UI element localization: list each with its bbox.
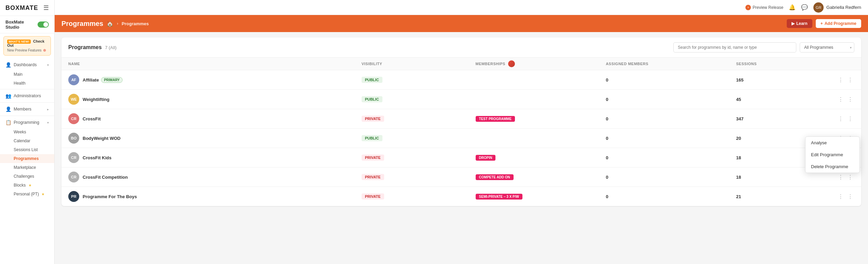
dashboards-arrow: ▾ <box>47 63 49 67</box>
search-input[interactable] <box>673 42 796 53</box>
members-icon: 👤 <box>5 106 11 112</box>
chat-icon[interactable]: 💬 <box>801 4 808 11</box>
prog-visibility-4: PUBLIC <box>362 135 476 141</box>
row-action-info-7[interactable]: ⋮ <box>837 193 845 201</box>
th-sessions: SESSIONS <box>736 60 834 67</box>
prog-avatar-3: CR <box>68 113 79 124</box>
row-action-more-6[interactable]: ⋮ <box>846 173 854 181</box>
membership-tag-7: SEMI-PRIVATE – 3 X P/W <box>476 194 522 200</box>
add-programme-button[interactable]: + Add Programme <box>816 19 861 28</box>
prog-assigned-2: 0 <box>606 97 736 102</box>
memberships-icon <box>508 60 515 67</box>
row-action-info-3[interactable]: ⋮ <box>837 115 845 123</box>
prog-name-1: Affiliate <box>83 77 99 83</box>
sidebar-item-members[interactable]: 👤 Members ▸ <box>0 104 54 114</box>
sidebar-item-dashboards[interactable]: 👤 Dashboards ▾ <box>0 60 54 70</box>
nav-divider-1 <box>0 89 54 89</box>
visibility-badge-4: PUBLIC <box>362 135 382 141</box>
prog-visibility-1: PUBLIC <box>362 77 476 83</box>
context-menu-edit[interactable]: Edit Programme <box>806 149 859 161</box>
nav-section: 👤 Dashboards ▾ Main Health 👥 Administrat… <box>0 58 54 200</box>
preview-banner[interactable]: WHAT'S NEW! Check Out New Preview Featur… <box>3 36 51 56</box>
row-action-info-2[interactable]: ⋮ <box>837 96 845 103</box>
sidebar-item-calendar[interactable]: Calendar <box>0 136 54 145</box>
sidebar-item-personal-pt[interactable]: Personal (PT) ★ <box>0 190 54 199</box>
toolbar-right: All Programmes Public Private ▾ <box>673 42 854 53</box>
sidebar-item-challenges[interactable]: Challenges <box>0 172 54 181</box>
prog-avatar-7: PR <box>68 191 79 202</box>
members-arrow: ▸ <box>47 107 49 111</box>
prog-visibility-2: PUBLIC <box>362 96 476 102</box>
row-actions-6: ⋮ ⋮ <box>834 173 854 181</box>
prog-assigned-1: 0 <box>606 77 736 83</box>
prog-name-info-2: Weightlifting <box>83 97 109 102</box>
sidebar-item-weeks[interactable]: Weeks <box>0 128 54 136</box>
sidebar: BOXMATE ☰ BoxMate Studio WHAT'S NEW! Che… <box>0 0 55 264</box>
context-menu: Analyse Edit Programme Delete Programme <box>805 136 860 173</box>
nav-divider-2 <box>0 102 54 103</box>
bell-icon[interactable]: 🔔 <box>789 4 796 11</box>
prog-name-info-5: CrossFit Kids <box>83 155 112 160</box>
sidebar-item-marketplace[interactable]: Marketplace <box>0 163 54 172</box>
row-actions-7: ⋮ ⋮ <box>834 193 854 201</box>
row-action-more-3[interactable]: ⋮ <box>846 115 854 123</box>
learn-button[interactable]: ▶ Learn <box>787 19 812 28</box>
visibility-badge-3: PRIVATE <box>362 116 384 122</box>
global-header: + Preview Release 🔔 💬 GR Gabriella Redfe… <box>55 0 868 15</box>
row-action-more-2[interactable]: ⋮ <box>846 96 854 103</box>
filter-select[interactable]: All Programmes Public Private <box>800 42 854 53</box>
studio-label: BoxMate Studio <box>5 19 38 30</box>
breadcrumb: Programmes 🏠 › Programmes <box>61 20 149 28</box>
sidebar-item-health[interactable]: Health <box>0 79 54 88</box>
prog-name-cell-4: BO BodyWeight WOD <box>68 133 362 144</box>
prog-name-7: Programme For The Boys <box>83 194 137 199</box>
preview-release-area[interactable]: + Preview Release <box>745 5 783 10</box>
user-area[interactable]: GR Gabriella Redfern <box>813 2 861 13</box>
context-menu-analyse[interactable]: Analyse <box>806 137 859 149</box>
preview-release-label: Preview Release <box>753 5 783 10</box>
row-action-more-7[interactable]: ⋮ <box>846 193 854 201</box>
preview-release-icon: + <box>745 5 751 10</box>
sidebar-item-sessions-list[interactable]: Sessions List <box>0 145 54 154</box>
administrators-icon: 👥 <box>5 93 11 99</box>
avatar: GR <box>813 2 824 13</box>
programmes-count: 7 (All) <box>105 45 116 50</box>
prog-name-cell-5: CR CrossFit Kids <box>68 152 362 163</box>
row-action-info-1[interactable]: ⋮ <box>837 76 845 84</box>
prog-visibility-7: PRIVATE <box>362 193 476 200</box>
prog-visibility-3: PRIVATE <box>362 116 476 122</box>
add-icon: + <box>821 21 823 26</box>
page-body: Programmes 7 (All) All Programmes Public… <box>55 32 868 264</box>
th-name: NAME <box>68 60 362 67</box>
studio-toggle[interactable] <box>38 21 49 28</box>
sidebar-item-programmes[interactable]: Programmes <box>0 154 54 163</box>
prog-sessions-2: 45 <box>736 97 834 102</box>
sidebar-logo-area: BOXMATE ☰ <box>0 0 54 16</box>
app-logo: BOXMATE <box>5 4 38 12</box>
sidebar-item-blocks[interactable]: Blocks ★ <box>0 181 54 190</box>
programmes-card: Programmes 7 (All) All Programmes Public… <box>61 38 861 206</box>
sidebar-item-programming[interactable]: 📋 Programming ▾ <box>0 117 54 128</box>
personal-pt-star-icon: ★ <box>41 192 45 196</box>
th-memberships: MEMBERSHIPS <box>476 60 606 67</box>
table-row: CR CrossFit PRIVATE TEST PROGRAMME 0 347… <box>61 109 861 129</box>
table-header: NAME VISIBILITY MEMBERSHIPS ASSIGNED MEM… <box>61 58 861 70</box>
members-label: Members <box>14 107 44 112</box>
th-assigned-members: ASSIGNED MEMBERS <box>606 60 736 67</box>
visibility-badge-1: PUBLIC <box>362 77 382 83</box>
home-icon[interactable]: 🏠 <box>107 20 113 27</box>
prog-sessions-6: 18 <box>736 175 834 180</box>
prog-name-cell-3: CR CrossFit <box>68 113 362 124</box>
context-menu-delete[interactable]: Delete Programme <box>806 161 859 173</box>
row-actions-2: ⋮ ⋮ <box>834 96 854 103</box>
prog-name-6: CrossFit Competition <box>83 175 128 180</box>
learn-icon: ▶ <box>792 21 795 26</box>
sidebar-item-main[interactable]: Main <box>0 70 54 79</box>
row-action-more-1[interactable]: ⋮ <box>846 76 854 84</box>
hamburger-icon[interactable]: ☰ <box>43 4 49 12</box>
prog-membership-5: DROPIN <box>476 155 606 161</box>
row-action-info-6[interactable]: ⋮ <box>837 173 845 181</box>
th-actions <box>834 60 854 67</box>
prog-name-cell-7: PR Programme For The Boys <box>68 191 362 202</box>
sidebar-item-administrators[interactable]: 👥 Administrators <box>0 91 54 101</box>
